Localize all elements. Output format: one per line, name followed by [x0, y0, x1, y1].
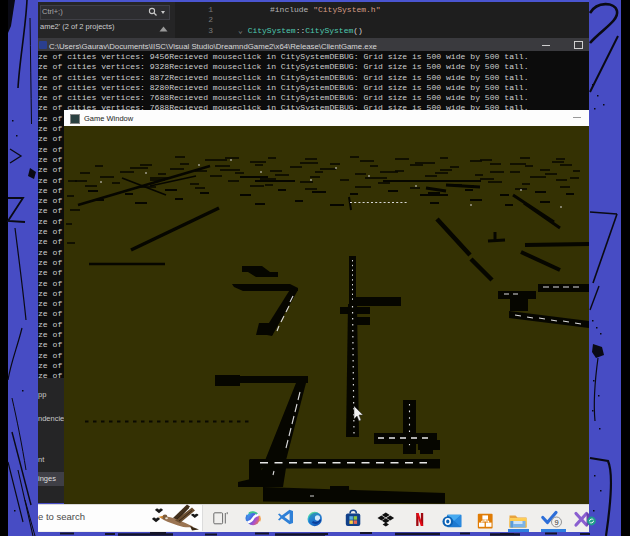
svg-text:9: 9 — [554, 517, 558, 526]
